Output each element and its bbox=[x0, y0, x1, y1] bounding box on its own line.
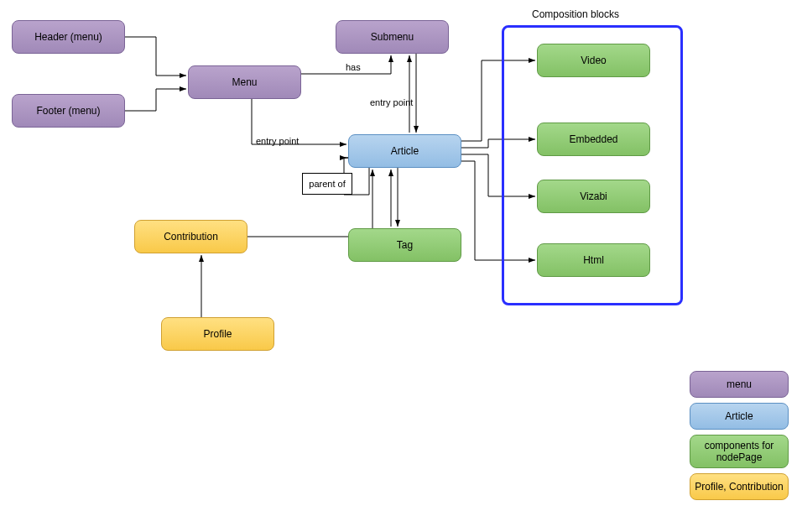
legend-item-profile-contribution: Profile, Contribution bbox=[690, 473, 789, 500]
legend: menu Article components for nodePage Pro… bbox=[690, 366, 789, 500]
legend-item-components: components for nodePage bbox=[690, 435, 789, 468]
legend-item-article: Article bbox=[690, 403, 789, 430]
node-article: Article bbox=[348, 134, 461, 168]
edge-label-has: has bbox=[346, 62, 361, 72]
node-header-menu: Header (menu) bbox=[12, 20, 125, 54]
node-label: Tag bbox=[397, 239, 413, 251]
node-label: Footer (menu) bbox=[36, 105, 100, 117]
node-menu: Menu bbox=[188, 65, 301, 99]
node-profile: Profile bbox=[161, 317, 274, 351]
composition-title: Composition blocks bbox=[532, 8, 619, 20]
node-label: Article bbox=[391, 145, 419, 157]
legend-label: components for nodePage bbox=[694, 440, 784, 464]
node-label: Menu bbox=[232, 76, 257, 88]
node-label: Contribution bbox=[164, 231, 218, 243]
edge-label-entry-top: entry point bbox=[370, 97, 413, 107]
legend-label: menu bbox=[727, 378, 752, 390]
node-footer-menu: Footer (menu) bbox=[12, 94, 125, 128]
legend-item-menu: menu bbox=[690, 371, 789, 398]
edge-label-entry-left: entry point bbox=[256, 136, 299, 146]
node-label: Submenu bbox=[371, 31, 414, 43]
node-contribution: Contribution bbox=[134, 220, 247, 253]
composition-box bbox=[502, 25, 683, 305]
edge-label-parent-of: parent of bbox=[302, 173, 352, 195]
legend-label: Article bbox=[725, 410, 753, 422]
legend-label: Profile, Contribution bbox=[695, 481, 783, 493]
node-submenu: Submenu bbox=[336, 20, 449, 54]
node-label: Header (menu) bbox=[34, 31, 102, 43]
node-label: Profile bbox=[203, 328, 232, 340]
node-tag: Tag bbox=[348, 228, 461, 262]
